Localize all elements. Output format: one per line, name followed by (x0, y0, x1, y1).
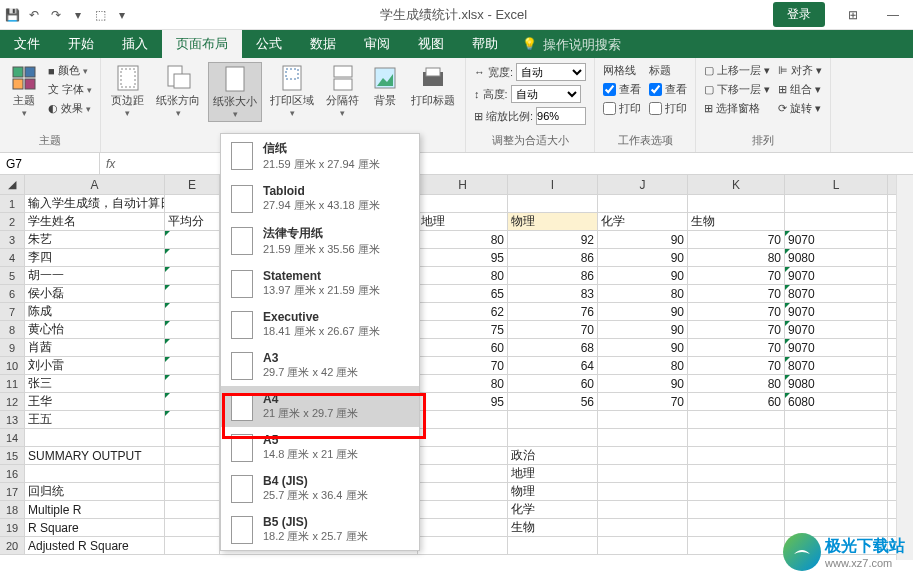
row-header[interactable]: 5 (0, 267, 25, 284)
cell[interactable] (165, 537, 220, 554)
cell[interactable] (688, 195, 785, 212)
cell[interactable] (688, 429, 785, 446)
print-area-button[interactable]: 打印区域▾ (266, 62, 318, 120)
paper-size-option[interactable]: Statement13.97 厘米 x 21.59 厘米 (221, 263, 419, 304)
cell[interactable]: 70 (598, 393, 688, 410)
row-header[interactable]: 8 (0, 321, 25, 338)
paper-size-option[interactable]: A514.8 厘米 x 21 厘米 (221, 427, 419, 468)
cell[interactable]: 8070 (785, 285, 888, 302)
group-button[interactable]: ⊞组合 ▾ (776, 81, 824, 98)
cell[interactable]: 输入学生成绩，自动计算日期：X (25, 195, 165, 212)
cell[interactable] (165, 339, 220, 356)
cell[interactable] (165, 303, 220, 320)
selection-pane-button[interactable]: ⊞选择窗格 (702, 100, 772, 117)
row-header[interactable]: 3 (0, 231, 25, 248)
cell[interactable] (165, 267, 220, 284)
cell[interactable] (418, 501, 508, 518)
row-header[interactable]: 18 (0, 501, 25, 518)
cell[interactable]: 80 (418, 375, 508, 392)
effects-button[interactable]: ◐效果▾ (46, 100, 94, 117)
cell[interactable]: 物理 (508, 483, 598, 500)
cell[interactable]: 86 (508, 249, 598, 266)
cell[interactable]: 92 (508, 231, 598, 248)
cell[interactable]: 68 (508, 339, 598, 356)
cell[interactable] (598, 195, 688, 212)
col-header-A[interactable]: A (25, 175, 165, 194)
row-header[interactable]: 19 (0, 519, 25, 536)
cell[interactable]: 86 (508, 267, 598, 284)
cell[interactable]: 70 (688, 303, 785, 320)
paper-size-option[interactable]: 法律专用纸21.59 厘米 x 35.56 厘米 (221, 219, 419, 263)
tab-review[interactable]: 审阅 (350, 30, 404, 58)
cell[interactable] (508, 537, 598, 554)
cell[interactable] (25, 429, 165, 446)
cell[interactable]: 9070 (785, 267, 888, 284)
login-button[interactable]: 登录 (773, 2, 825, 27)
cell[interactable] (418, 411, 508, 428)
cell[interactable] (165, 429, 220, 446)
qat-dropdown-icon[interactable]: ▾ (114, 7, 130, 23)
cell[interactable] (25, 465, 165, 482)
margins-button[interactable]: 页边距▾ (107, 62, 148, 120)
cell[interactable]: 80 (418, 267, 508, 284)
cell[interactable]: 90 (598, 249, 688, 266)
cell[interactable] (785, 465, 888, 482)
cell[interactable]: 64 (508, 357, 598, 374)
cell[interactable] (418, 465, 508, 482)
paper-size-option[interactable]: Tabloid27.94 厘米 x 43.18 厘米 (221, 178, 419, 219)
cell[interactable] (598, 501, 688, 518)
select-all-corner[interactable]: ◢ (0, 175, 25, 194)
cell[interactable] (598, 483, 688, 500)
cell[interactable] (418, 195, 508, 212)
cell[interactable]: 9070 (785, 321, 888, 338)
bring-forward-button[interactable]: ▢上移一层 ▾ (702, 62, 772, 79)
cell[interactable] (785, 429, 888, 446)
paper-size-option[interactable]: 信纸21.59 厘米 x 27.94 厘米 (221, 134, 419, 178)
size-button[interactable]: 纸张大小▾ (208, 62, 262, 122)
cell[interactable] (785, 195, 888, 212)
cell[interactable] (165, 321, 220, 338)
col-header-H[interactable]: H (418, 175, 508, 194)
cell[interactable] (688, 537, 785, 554)
cell[interactable]: 9080 (785, 249, 888, 266)
cell[interactable] (598, 519, 688, 536)
spreadsheet-grid[interactable]: ◢ A E H I J K L 1输入学生成绩，自动计算日期：X2学生姓名平均分… (0, 175, 913, 560)
cell[interactable]: 65 (418, 285, 508, 302)
cell[interactable] (165, 285, 220, 302)
background-button[interactable]: 背景 (367, 62, 403, 108)
row-header[interactable]: 6 (0, 285, 25, 302)
cell[interactable]: 70 (688, 321, 785, 338)
paper-size-option[interactable]: A421 厘米 x 29.7 厘米 (221, 386, 419, 427)
cell[interactable]: 80 (418, 231, 508, 248)
cell[interactable]: 80 (598, 357, 688, 374)
cell[interactable] (165, 231, 220, 248)
gridlines-view-checkbox[interactable] (603, 83, 616, 96)
paper-size-option[interactable]: B5 (JIS)18.2 厘米 x 25.7 厘米 (221, 509, 419, 550)
cell[interactable]: 9070 (785, 303, 888, 320)
orientation-button[interactable]: 纸张方向▾ (152, 62, 204, 120)
themes-button[interactable]: 主题 ▾ (6, 62, 42, 120)
cell[interactable] (165, 393, 220, 410)
cell[interactable] (418, 429, 508, 446)
ribbon-options-icon[interactable]: ⊞ (833, 3, 873, 27)
cell[interactable]: 学生姓名 (25, 213, 165, 230)
paper-size-option[interactable]: A329.7 厘米 x 42 厘米 (221, 345, 419, 386)
tab-file[interactable]: 文件 (0, 30, 54, 58)
row-header[interactable]: 1 (0, 195, 25, 212)
row-header[interactable]: 11 (0, 375, 25, 392)
cell[interactable] (165, 249, 220, 266)
headings-print-checkbox[interactable] (649, 102, 662, 115)
cell[interactable]: 化学 (598, 213, 688, 230)
cell[interactable]: 60 (418, 339, 508, 356)
cell[interactable]: 陈成 (25, 303, 165, 320)
paper-size-option[interactable]: B4 (JIS)25.7 厘米 x 36.4 厘米 (221, 468, 419, 509)
cell[interactable] (688, 447, 785, 464)
tab-data[interactable]: 数据 (296, 30, 350, 58)
cell[interactable]: 6080 (785, 393, 888, 410)
cell[interactable]: 物理 (508, 213, 598, 230)
cell[interactable]: 地理 (418, 213, 508, 230)
col-header-K[interactable]: K (688, 175, 785, 194)
align-button[interactable]: ⊫对齐 ▾ (776, 62, 824, 79)
cell[interactable]: 90 (598, 321, 688, 338)
cell[interactable]: 80 (688, 375, 785, 392)
